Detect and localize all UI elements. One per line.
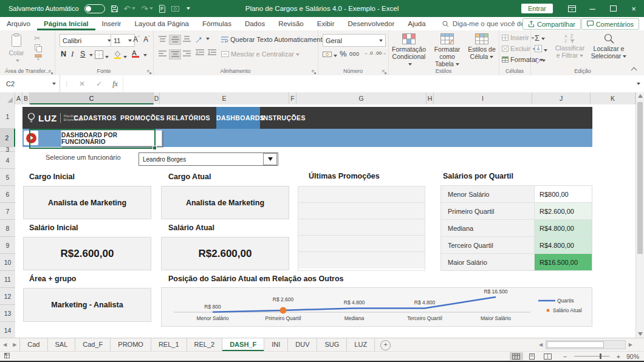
- save-icon[interactable]: [111, 5, 118, 13]
- nav-tab-relatorios[interactable]: RELATÓRIOS: [161, 107, 216, 129]
- toolbar-options-icon[interactable]: [185, 7, 190, 10]
- scroll-up-icon[interactable]: [638, 94, 643, 98]
- sign-in-button[interactable]: Entrar: [521, 4, 553, 13]
- bold-icon[interactable]: N: [61, 50, 66, 58]
- undo-icon[interactable]: ↶: [124, 5, 136, 13]
- font-size-select[interactable]: 11: [111, 34, 135, 47]
- menu-tab-dados[interactable]: Dados: [238, 17, 272, 30]
- decrease-indent-icon[interactable]: [196, 49, 204, 56]
- italic-icon[interactable]: I: [71, 50, 74, 59]
- percent-style-icon[interactable]: %: [340, 49, 347, 58]
- menu-tab-inserir[interactable]: Inserir: [95, 17, 128, 30]
- row-header-2[interactable]: 2: [0, 129, 15, 147]
- select-all-corner[interactable]: [0, 92, 15, 104]
- merge-center-button[interactable]: Mesclar e Centralizar: [221, 50, 300, 58]
- camera-icon[interactable]: [171, 5, 179, 12]
- expand-formula-bar-icon[interactable]: [637, 83, 640, 85]
- normal-view-icon[interactable]: [510, 352, 523, 360]
- menu-tab-arquivo[interactable]: Arquivo: [0, 17, 37, 30]
- underline-icon[interactable]: S: [80, 50, 85, 58]
- autosave-toggle[interactable]: [84, 4, 105, 13]
- column-header-d[interactable]: D: [154, 92, 160, 104]
- formula-input[interactable]: [123, 75, 635, 92]
- conditional-formatting-button[interactable]: FormataçãoCondicional: [391, 33, 427, 67]
- print-preview-icon[interactable]: [159, 5, 166, 13]
- vertical-scroll-thumb[interactable]: [637, 102, 643, 254]
- font-name-select[interactable]: Calibri: [60, 34, 114, 47]
- number-dialog-launcher[interactable]: [382, 69, 387, 73]
- vertical-scrollbar[interactable]: [635, 92, 644, 338]
- name-box-chevron-icon[interactable]: [52, 83, 56, 85]
- increase-decimal-icon[interactable]: ←.0: [364, 50, 373, 56]
- zoom-slider[interactable]: [574, 356, 609, 357]
- minimize-button[interactable]: ─: [582, 0, 603, 17]
- scroll-down-icon[interactable]: [638, 332, 643, 336]
- nav-tab-instrucoes[interactable]: INSTRUÇÕES: [256, 107, 311, 129]
- row-header-7[interactable]: 7: [0, 203, 15, 220]
- column-header-k[interactable]: K: [591, 92, 635, 104]
- row-header-6[interactable]: 6: [0, 186, 15, 203]
- share-button[interactable]: Compartilhar: [522, 18, 581, 30]
- horizontal-scroll-thumb[interactable]: [547, 341, 604, 348]
- nav-tab-cadastros[interactable]: CADASTROS: [68, 107, 123, 129]
- decrease-decimal-icon[interactable]: .00→: [375, 50, 386, 56]
- sheet-tab-next-icon[interactable]: ▶: [10, 338, 19, 351]
- maximize-button[interactable]: [603, 0, 623, 17]
- menu-tab-exibir[interactable]: Exibir: [310, 17, 341, 30]
- sheet-tab-rel-2[interactable]: REL_2: [187, 338, 223, 351]
- sheet-tab-cad[interactable]: Cad: [19, 338, 47, 351]
- increase-indent-icon[interactable]: [208, 49, 216, 56]
- sheet-tab-cad-f[interactable]: Cad_F: [75, 338, 111, 351]
- salary-position-chart[interactable]: R$ 800R$ 2.600R$ 4.800R$ 4.800R$ 16.500M…: [161, 287, 592, 327]
- sheet-tab-dash-f[interactable]: DASH_F: [222, 338, 264, 351]
- copy-icon[interactable]: [35, 44, 42, 53]
- column-header-j[interactable]: J: [532, 92, 591, 104]
- zoom-out-icon[interactable]: −: [563, 353, 567, 360]
- borders-icon[interactable]: [95, 50, 109, 60]
- formula-bar-handle[interactable]: ⋮: [60, 81, 74, 87]
- column-header-c[interactable]: C: [30, 92, 154, 104]
- row-header-13[interactable]: 13: [0, 305, 15, 322]
- menu-tab-ajuda[interactable]: Ajuda: [401, 17, 432, 30]
- column-header-b[interactable]: B: [22, 92, 30, 104]
- accounting-format-icon[interactable]: [323, 50, 337, 59]
- row-header-5[interactable]: 5: [0, 169, 15, 186]
- align-center-icon[interactable]: [169, 49, 181, 60]
- align-top-icon[interactable]: [157, 35, 168, 44]
- number-format-select[interactable]: Geral: [323, 34, 386, 47]
- macro-record-icon[interactable]: [4, 352, 10, 360]
- row-header-9[interactable]: 9: [0, 237, 15, 254]
- new-sheet-button[interactable]: +: [380, 340, 391, 350]
- column-header-f[interactable]: F: [289, 92, 296, 104]
- redo-icon[interactable]: ↷: [141, 5, 153, 13]
- sheet-tab-sug[interactable]: SUG: [317, 338, 347, 351]
- alignment-dialog-launcher[interactable]: [312, 69, 317, 73]
- cut-icon[interactable]: ✂: [34, 34, 40, 43]
- row-header-1[interactable]: 1: [0, 104, 15, 129]
- align-right-icon[interactable]: [181, 49, 192, 58]
- zoom-slider-thumb[interactable]: [600, 353, 601, 359]
- format-painter-icon[interactable]: [35, 54, 42, 63]
- grow-font-icon[interactable]: Aˆ: [133, 35, 139, 44]
- comma-style-icon[interactable]: 000: [349, 51, 360, 57]
- hscroll-right-icon[interactable]: ▶: [626, 342, 635, 347]
- menu-tab-formulas[interactable]: Fórmulas: [196, 17, 238, 30]
- wrap-text-button[interactable]: Quebrar Texto Automaticamente: [221, 36, 326, 43]
- column-header-h[interactable]: H: [426, 92, 434, 104]
- sort-filter-button[interactable]: AZ Classificare Filtrar: [552, 33, 587, 59]
- font-dialog-launcher[interactable]: [147, 69, 152, 73]
- cell-styles-button[interactable]: Estilos deCélula: [467, 33, 496, 60]
- orientation-icon[interactable]: [196, 35, 210, 43]
- row-header-12[interactable]: 12: [0, 288, 15, 305]
- sheet-tab-ini[interactable]: INI: [264, 338, 288, 351]
- align-bottom-icon[interactable]: [181, 35, 192, 44]
- sheet-tab-luz[interactable]: LUZ: [347, 338, 375, 351]
- format-as-table-button[interactable]: Formatar comoTabela: [428, 33, 466, 67]
- find-select-button[interactable]: Localizar eSelecionar: [589, 33, 629, 60]
- ribbon-display-options-icon[interactable]: [561, 0, 582, 17]
- column-header-g[interactable]: G: [296, 92, 426, 104]
- align-middle-icon[interactable]: [169, 35, 181, 45]
- sheet-tab-rel-1[interactable]: REL_1: [151, 338, 187, 351]
- sheet-tab-prev-icon[interactable]: ◀: [0, 338, 10, 351]
- underline-chevron-icon[interactable]: [89, 54, 93, 56]
